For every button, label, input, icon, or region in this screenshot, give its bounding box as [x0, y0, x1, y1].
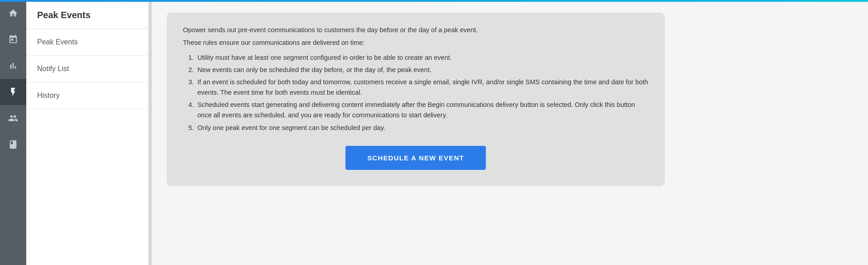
rules-list: Utility must have at least one segment c… — [196, 53, 648, 133]
nav-item-notify-list[interactable]: Notify List — [26, 56, 148, 82]
schedule-event-button[interactable]: SCHEDULE A NEW EVENT — [345, 146, 486, 170]
nav-item-peak-events[interactable]: Peak Events — [26, 29, 148, 56]
nav-sidebar-title: Peak Events — [26, 0, 148, 29]
rule-item-1: Utility must have at least one segment c… — [196, 53, 648, 63]
nav-sidebar: Peak Events Peak Events Notify List Hist… — [26, 0, 149, 265]
sidebar-scrollbar — [149, 0, 152, 265]
main-content: Opower sends out pre-event communication… — [152, 0, 868, 265]
intro-text-1: Opower sends out pre-event communication… — [183, 25, 648, 35]
rule-item-2: New events can only be scheduled the day… — [196, 65, 648, 75]
intro-text-2: These rules ensure our communications ar… — [183, 38, 648, 48]
sidebar-icon-home[interactable] — [0, 0, 26, 26]
sidebar-icon-calendar[interactable] — [0, 26, 26, 53]
sidebar-icon-people[interactable] — [0, 105, 26, 131]
top-bar — [0, 0, 868, 2]
sidebar-icon-bolt[interactable] — [0, 79, 26, 105]
sidebar-icon-book[interactable] — [0, 131, 26, 158]
rule-item-5: Only one peak event for one segment can … — [196, 123, 648, 133]
icon-sidebar — [0, 0, 26, 265]
schedule-button-wrapper: SCHEDULE A NEW EVENT — [183, 146, 648, 170]
sidebar-icon-chart[interactable] — [0, 53, 26, 79]
nav-item-history[interactable]: History — [26, 82, 148, 109]
info-box: Opower sends out pre-event communication… — [167, 13, 665, 186]
rule-item-4: Scheduled events start generating and de… — [196, 100, 648, 120]
rule-item-3: If an event is scheduled for both today … — [196, 77, 648, 98]
